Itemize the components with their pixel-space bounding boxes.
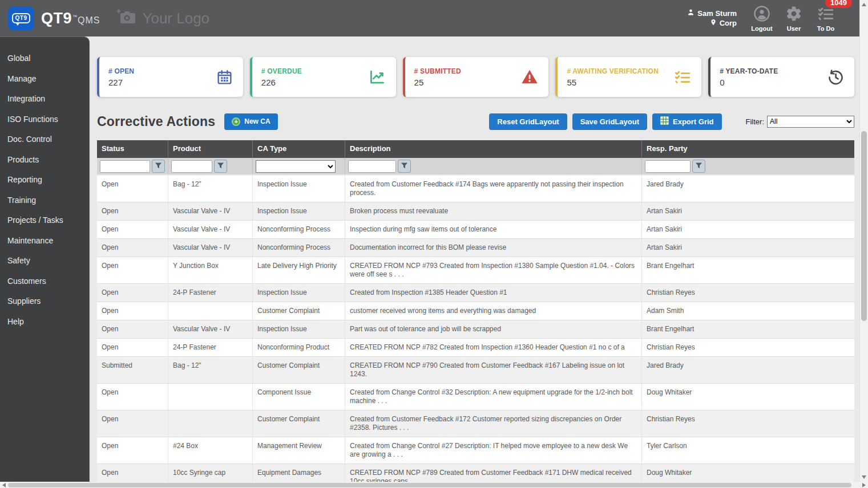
table-row[interactable]: OpenCustomer Complaintcustomer received …	[97, 302, 854, 320]
cell-ca-type: Inspection Issue	[253, 320, 345, 338]
scroll-up-arrow-icon[interactable]	[862, 3, 866, 6]
cell-product: 24-P Fastener	[168, 339, 253, 356]
sidebar-item-integration[interactable]: Integration	[7, 89, 89, 109]
table-row[interactable]: Open#24 BoxManagement ReviewCreated from…	[97, 437, 854, 464]
history-icon	[827, 68, 844, 86]
cell-product: Y Junction Box	[168, 257, 253, 283]
sidebar-item-global[interactable]: Global	[7, 48, 89, 69]
sidebar-item-iso-functions[interactable]: ISO Functions	[7, 109, 89, 130]
column-header-description[interactable]: Description	[345, 140, 642, 158]
sidebar-item-customers[interactable]: Customers	[7, 271, 89, 292]
kpi-value: 0	[720, 78, 778, 87]
kpi-card-year-to-date[interactable]: # YEAR-TO-DATE0	[708, 57, 854, 97]
filter-input-resp-party[interactable]	[645, 160, 691, 173]
warning-triangle-icon	[521, 68, 538, 86]
cell-status: Open	[97, 410, 168, 437]
table-row[interactable]: OpenVascular Valve - IVInspection IssueP…	[97, 320, 854, 339]
column-header-resp-party[interactable]: Resp. Party	[642, 140, 854, 158]
filter-input-product[interactable]	[171, 160, 212, 173]
column-header-status[interactable]: Status	[97, 140, 168, 158]
top-bar: QT9 QT9™QMS Your Logo Sam Sturm Corp	[0, 0, 868, 36]
filter-select-ca-type[interactable]	[256, 160, 336, 173]
user-info[interactable]: Sam Sturm Corp	[687, 9, 737, 28]
table-row[interactable]: OpenVascular Valve - IVInspection IssueB…	[97, 202, 854, 221]
topbar-action-logout[interactable]: Logout	[749, 5, 774, 32]
sidebar-item-doc-control[interactable]: Doc. Control	[7, 129, 89, 150]
cell-resp-party: Doug Whitaker	[642, 464, 854, 482]
column-header-ca-type[interactable]: CA Type	[253, 140, 345, 158]
filter-input-description[interactable]	[348, 160, 396, 173]
kpi-card-submitted[interactable]: # SUBMITTED25	[403, 57, 549, 97]
sidebar-item-help[interactable]: Help	[7, 312, 89, 332]
table-row[interactable]: OpenComponent IssueCreated from Change C…	[97, 384, 854, 410]
cell-ca-type: Equipment Damages	[253, 464, 345, 482]
plus-icon: +	[232, 117, 240, 126]
table-body: OpenBag - 12"Inspection IssueCreated fro…	[97, 176, 854, 482]
horizontal-scroll-thumb[interactable]	[8, 483, 851, 487]
sidebar-item-safety[interactable]: Safety	[7, 251, 89, 271]
your-logo-label: Your Logo	[142, 10, 209, 27]
filter-funnel-button-status[interactable]	[152, 160, 165, 173]
cell-resp-party: Christian Reyes	[642, 339, 854, 356]
horizontal-scrollbar[interactable]	[0, 482, 868, 488]
filter-label: Filter:	[746, 117, 765, 126]
funnel-icon	[695, 162, 703, 171]
todo-list-icon	[817, 14, 834, 24]
vertical-scrollbar[interactable]	[859, 0, 868, 482]
table-row[interactable]: SubmittedBag - 12"Customer ComplaintCREA…	[97, 357, 854, 384]
scroll-right-arrow-icon[interactable]	[862, 483, 866, 487]
reset-gridlayout-button[interactable]: Reset GridLayout	[489, 113, 567, 130]
topbar-action-user[interactable]: User	[781, 5, 806, 32]
table-row[interactable]: OpenVascular Valve - IVNonconforming Pro…	[97, 221, 854, 239]
table-row[interactable]: Open10cc Syringe capEquipment DamagesCRE…	[97, 464, 854, 482]
sidebar-item-products[interactable]: Products	[7, 150, 89, 170]
filter-funnel-button-description[interactable]	[398, 160, 411, 173]
table-row[interactable]: OpenY Junction BoxLate Delivery High Pri…	[97, 257, 854, 284]
table-row[interactable]: Open24-P FastenerInspection IssueCreated…	[97, 284, 854, 302]
cell-ca-type: Inspection Issue	[253, 284, 345, 302]
table-row[interactable]: OpenVascular Valve - IVNonconforming Pro…	[97, 239, 854, 257]
cell-product: Vascular Valve - IV	[168, 202, 253, 220]
qt9-brand[interactable]: QT9 QT9™QMS	[8, 6, 100, 31]
your-logo-placeholder[interactable]: Your Logo	[116, 8, 209, 29]
vertical-scroll-thumb[interactable]	[861, 131, 867, 321]
filter-input-status[interactable]	[100, 160, 150, 173]
sidebar-item-suppliers[interactable]: Suppliers	[7, 291, 89, 312]
topbar-action-to-do[interactable]: To Do1049	[813, 5, 838, 32]
kpi-card-awaiting-verification[interactable]: # AWAITING VERIFICATION55	[555, 57, 701, 97]
cell-ca-type: Customer Complaint	[253, 302, 345, 320]
person-icon	[687, 9, 695, 18]
cell-description: Documentation incorrect for this BOM ple…	[345, 239, 642, 257]
table-row[interactable]: OpenCustomer ComplaintCreated from Custo…	[97, 410, 854, 437]
filter-select[interactable]: All	[767, 116, 854, 128]
filter-cell-product	[168, 158, 253, 174]
scroll-left-arrow-icon[interactable]	[2, 483, 6, 487]
export-grid-button[interactable]: Export Grid	[652, 113, 722, 130]
kpi-cards: # OPEN227# OVERDUE226# SUBMITTED25# AWAI…	[97, 57, 854, 97]
cell-resp-party: Artan Sakiri	[642, 221, 854, 238]
save-gridlayout-button[interactable]: Save GridLayout	[572, 113, 647, 130]
scroll-down-arrow-icon[interactable]	[862, 475, 866, 479]
export-grid-label: Export Grid	[673, 117, 714, 126]
filter-funnel-button-resp-party[interactable]	[692, 160, 705, 173]
cell-status: Open	[97, 302, 168, 320]
table-row[interactable]: OpenBag - 12"Inspection IssueCreated fro…	[97, 176, 854, 202]
cell-ca-type: Nonconforming Process	[253, 221, 345, 238]
kpi-card-open[interactable]: # OPEN227	[97, 57, 243, 97]
sidebar-item-maintenance[interactable]: Maintenance	[7, 231, 89, 251]
table-row[interactable]: Open24-P FastenerNonconforming ProductCR…	[97, 339, 854, 357]
cell-product: Bag - 12"	[168, 357, 253, 383]
filter-funnel-button-product[interactable]	[214, 160, 227, 173]
kpi-card-overdue[interactable]: # OVERDUE226	[250, 57, 396, 97]
sidebar-item-reporting[interactable]: Reporting	[7, 170, 89, 190]
cell-description: Inspection during mfg saw items out of t…	[345, 221, 642, 238]
column-header-product[interactable]: Product	[168, 140, 253, 158]
cell-ca-type: Inspection Issue	[253, 176, 345, 202]
cell-status: Open	[97, 339, 168, 356]
cell-ca-type: Nonconforming Product	[253, 339, 345, 356]
sidebar-item-training[interactable]: Training	[7, 190, 89, 211]
camera-plus-icon	[116, 8, 136, 29]
sidebar-item-manage[interactable]: Manage	[7, 69, 89, 90]
new-ca-button[interactable]: + New CA	[224, 113, 277, 130]
sidebar-item-projects-tasks[interactable]: Projects / Tasks	[7, 210, 89, 231]
